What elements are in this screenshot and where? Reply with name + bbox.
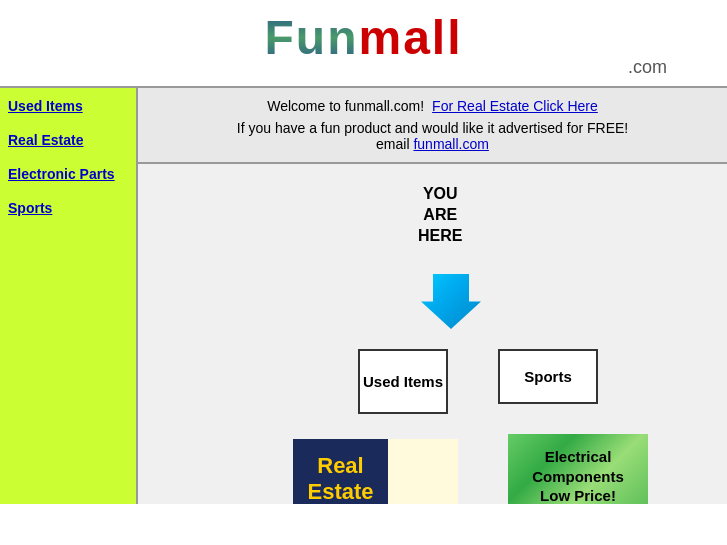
real-estate-link[interactable]: For Real Estate Click Here <box>432 98 598 114</box>
main-layout: Used Items Real Estate Electronic Parts … <box>0 86 727 504</box>
real-estate-box[interactable]: RealEstate <box>293 439 458 504</box>
electrical-label: ElectricalComponentsLow Price! <box>532 447 624 504</box>
map-area: YOUAREHERE Used Items Sports RealEstate <box>138 164 727 504</box>
real-estate-dark: RealEstate <box>293 439 388 504</box>
used-items-box[interactable]: Used Items <box>358 349 448 414</box>
sports-box[interactable]: Sports <box>498 349 598 404</box>
real-estate-light <box>388 439 458 504</box>
real-estate-label: RealEstate <box>307 453 373 504</box>
header: Funmall .com <box>0 0 727 86</box>
sidebar-item-real-estate[interactable]: Real Estate <box>8 132 128 148</box>
sidebar-item-sports[interactable]: Sports <box>8 200 128 216</box>
content: Welcome to funmall.com! For Real Estate … <box>138 88 727 504</box>
used-items-label: Used Items <box>363 372 443 392</box>
sidebar-item-electronic-parts[interactable]: Electronic Parts <box>8 166 128 182</box>
sidebar-item-used-items[interactable]: Used Items <box>8 98 128 114</box>
logo-mall: mall <box>358 11 462 64</box>
welcome-text: Welcome to funmall.com! <box>267 98 424 114</box>
email-label: email <box>376 136 409 152</box>
you-are-here-label: YOUAREHERE <box>418 184 462 246</box>
funmail-link[interactable]: funmall.com <box>413 136 488 152</box>
welcome-bar: Welcome to funmall.com! For Real Estate … <box>138 88 727 164</box>
electrical-box[interactable]: ElectricalComponentsLow Price! <box>508 434 648 504</box>
logo-fun: Fun <box>264 11 358 64</box>
sidebar: Used Items Real Estate Electronic Parts … <box>0 88 138 504</box>
sports-label: Sports <box>524 368 572 385</box>
free-ad-text: If you have a fun product and would like… <box>237 120 628 136</box>
